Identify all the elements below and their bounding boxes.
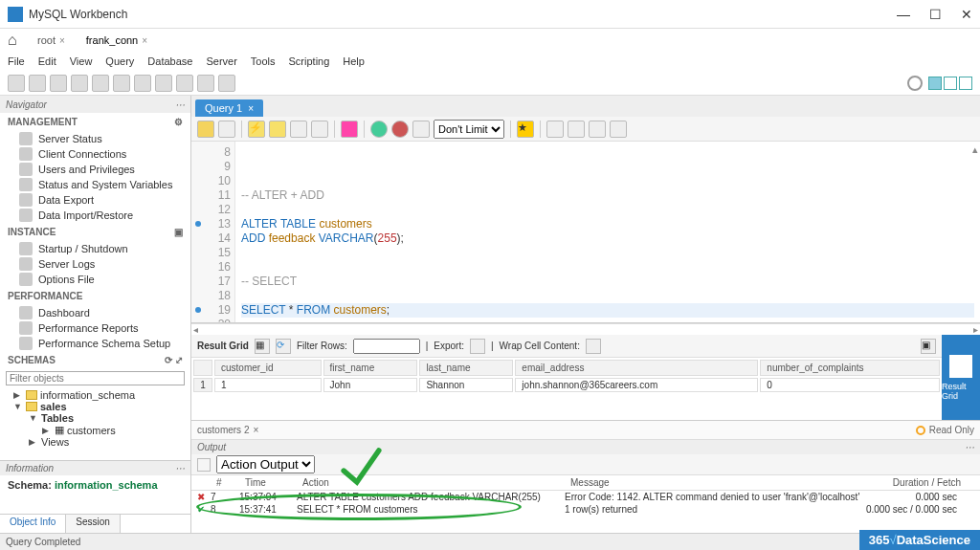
- nav-icon: [19, 257, 33, 271]
- toolbar-icon[interactable]: [341, 121, 358, 138]
- star-icon[interactable]: ★: [517, 121, 534, 138]
- nav-item[interactable]: Performance Schema Setup: [0, 336, 190, 351]
- panel-toggle-icon[interactable]: [944, 77, 957, 90]
- grid-icon[interactable]: ▦: [255, 339, 270, 354]
- tables-node[interactable]: ▼Tables: [0, 412, 190, 424]
- output-row[interactable]: ✔815:37:41SELECT * FROM customers1 row(s…: [191, 503, 980, 516]
- schema-name: information_schema: [55, 479, 158, 491]
- explain-icon[interactable]: [290, 121, 307, 138]
- nav-item[interactable]: Client Connections: [0, 146, 190, 162]
- menu-help[interactable]: Help: [343, 55, 365, 67]
- menu-database[interactable]: Database: [147, 55, 192, 67]
- sql-editor[interactable]: 891011121314151617181920 -- ALTER + ADDA…: [191, 142, 980, 323]
- settings-icon[interactable]: ⚙: [174, 117, 183, 127]
- search-icon[interactable]: [568, 121, 585, 138]
- maximize-button[interactable]: ☐: [929, 7, 942, 22]
- toolbar-icon[interactable]: [113, 75, 130, 92]
- toolbar-icon[interactable]: [589, 121, 606, 138]
- nav-item[interactable]: Startup / Shutdown: [0, 241, 190, 256]
- refresh-icon[interactable]: ⟳: [276, 339, 291, 354]
- toolbar-icon[interactable]: [197, 75, 214, 92]
- stop-icon[interactable]: [311, 121, 328, 138]
- close-icon[interactable]: ×: [59, 35, 65, 46]
- menu-view[interactable]: View: [70, 55, 93, 67]
- tab-object-info[interactable]: Object Info: [0, 515, 66, 533]
- close-icon[interactable]: ×: [142, 35, 147, 46]
- nav-item[interactable]: Server Status: [0, 131, 190, 146]
- toolbar-icon[interactable]: [176, 75, 193, 92]
- navigator-header: Navigator⋯: [0, 96, 190, 113]
- schema-filter-input[interactable]: [6, 371, 185, 385]
- toolbar-icon[interactable]: [50, 75, 67, 92]
- refresh-icon[interactable]: ⟳: [165, 355, 172, 365]
- instance-section: INSTANCE▣: [0, 223, 190, 241]
- nav-item[interactable]: Users and Privileges: [0, 162, 190, 177]
- close-button[interactable]: ✕: [961, 7, 972, 22]
- output-row[interactable]: ✖715:37:04ALTER TABLE customers ADD feed…: [191, 491, 980, 503]
- filter-rows-input[interactable]: [353, 339, 420, 354]
- export-icon[interactable]: [470, 339, 485, 354]
- execute-step-icon[interactable]: [269, 121, 286, 138]
- toolbar-icon[interactable]: [412, 121, 430, 138]
- menu-query[interactable]: Query: [105, 55, 134, 67]
- toolbar-icon[interactable]: [71, 75, 88, 92]
- open-sql-icon[interactable]: [29, 75, 46, 92]
- limit-select[interactable]: Don't Limit: [434, 120, 504, 139]
- panel-toggle-icon[interactable]: [959, 77, 972, 90]
- home-icon[interactable]: ⌂: [8, 32, 25, 49]
- nav-icon: [19, 337, 33, 350]
- menu-scripting[interactable]: Scripting: [289, 55, 330, 67]
- menu-server[interactable]: Server: [206, 55, 236, 67]
- table-row[interactable]: 11JohnShannonjohn.shannon@365careers.com…: [193, 378, 940, 392]
- menu-tools[interactable]: Tools: [251, 55, 276, 67]
- expand-icon[interactable]: ⤢: [175, 355, 183, 365]
- clear-output-icon[interactable]: [197, 458, 211, 472]
- menu-edit[interactable]: Edit: [38, 55, 56, 67]
- toolbar-icon[interactable]: [92, 75, 109, 92]
- output-type-select[interactable]: Action Output: [216, 455, 315, 473]
- result-grid-side-tab[interactable]: Result Grid: [942, 335, 980, 420]
- nav-icon: [19, 147, 33, 161]
- toolbar-icon[interactable]: ▣: [921, 339, 936, 354]
- results-table[interactable]: customer_idfirst_namelast_nameemail_addr…: [191, 358, 942, 394]
- schema-node[interactable]: ▶information_schema: [0, 389, 190, 401]
- table-node-customers[interactable]: ▶▦ customers: [0, 424, 190, 436]
- menu-file[interactable]: File: [8, 55, 25, 67]
- views-node[interactable]: ▶Views: [0, 436, 190, 448]
- nav-item[interactable]: Options File: [0, 272, 190, 287]
- horizontal-scrollbar[interactable]: ◂▸: [191, 323, 980, 335]
- nav-item[interactable]: Data Export: [0, 192, 190, 208]
- minimize-button[interactable]: —: [897, 7, 910, 22]
- toolbar-icon[interactable]: [610, 121, 627, 138]
- close-icon[interactable]: ×: [253, 425, 258, 435]
- nav-item[interactable]: Data Import/Restore: [0, 208, 190, 223]
- nav-item[interactable]: Status and System Variables: [0, 177, 190, 192]
- connection-tab-frank[interactable]: frank_conn ×: [78, 32, 156, 49]
- scroll-up-icon[interactable]: ▴: [972, 143, 978, 156]
- close-icon[interactable]: ×: [248, 103, 254, 114]
- execute-icon[interactable]: ⚡: [248, 121, 265, 138]
- query-tab[interactable]: Query 1 ×: [195, 99, 263, 117]
- output-panel: Output⋯ Action Output # Time Action Mess…: [191, 440, 980, 533]
- code-area[interactable]: -- ALTER + ADDALTER TABLE customersADD f…: [235, 142, 980, 322]
- nav-item[interactable]: Server Logs: [0, 256, 190, 272]
- save-icon[interactable]: [218, 121, 235, 138]
- result-tab-row: customers 2× Read Only: [191, 421, 980, 440]
- commit-icon[interactable]: [370, 121, 388, 138]
- schema-node[interactable]: ▼sales: [0, 401, 190, 412]
- result-tab[interactable]: customers 2×: [197, 425, 258, 435]
- new-sql-tab-icon[interactable]: [8, 75, 25, 92]
- connection-tab-root[interactable]: root ×: [29, 32, 74, 49]
- wrap-icon[interactable]: [586, 339, 601, 354]
- toolbar-icon[interactable]: [134, 75, 151, 92]
- open-file-icon[interactable]: [197, 121, 214, 138]
- menu-bar: File Edit View Query Database Server Too…: [0, 52, 980, 71]
- nav-item[interactable]: Performance Reports: [0, 320, 190, 336]
- nav-item[interactable]: Dashboard: [0, 305, 190, 320]
- tab-session[interactable]: Session: [66, 515, 121, 533]
- toolbar-icon[interactable]: [155, 75, 172, 92]
- beautify-icon[interactable]: [546, 121, 564, 138]
- panel-toggle-icon[interactable]: [928, 77, 942, 90]
- rollback-icon[interactable]: [391, 121, 409, 138]
- toolbar-icon[interactable]: [218, 75, 235, 92]
